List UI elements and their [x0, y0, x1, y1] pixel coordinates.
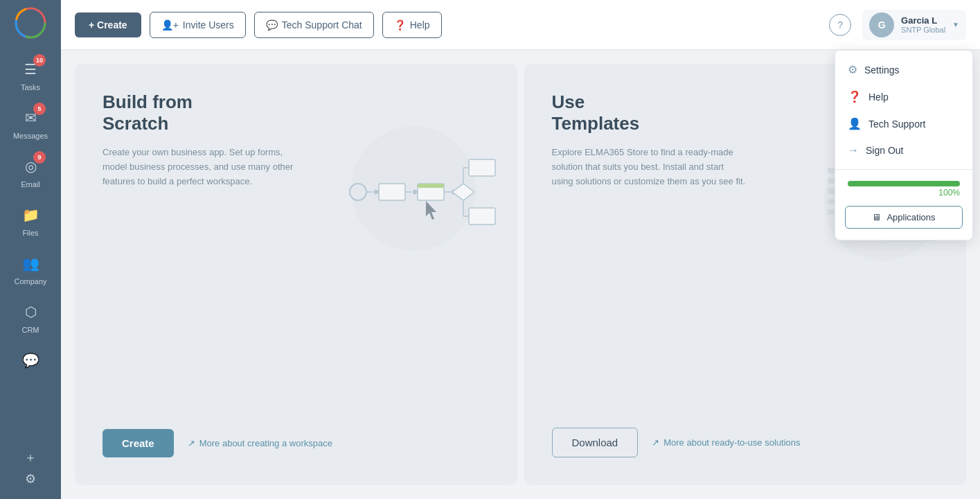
sidebar-item-tasks-label: Tasks — [21, 83, 40, 91]
sidebar-item-tasks[interactable]: ☰ 10 Tasks — [0, 50, 61, 98]
dropdown-divider — [835, 169, 972, 170]
scratch-card-footer: Create ↗ More about creating a workspace — [103, 429, 490, 457]
crm-icon: ⬡ — [18, 299, 43, 324]
invite-users-button[interactable]: 👤+ Invite Users — [150, 12, 246, 38]
email-icon: ◎ 9 — [18, 154, 43, 179]
external-link-icon: ↗ — [188, 438, 195, 448]
sidebar-item-company-label: Company — [14, 277, 46, 286]
help-menu-item[interactable]: ❓ Help — [835, 83, 972, 110]
company-icon: 👥 — [18, 251, 43, 276]
sidebar-bottom: ＋ ⚙ — [24, 449, 37, 492]
tech-support-label: Tech Support — [868, 119, 926, 130]
sidebar-item-crm-label: CRM — [21, 326, 39, 334]
sidebar: ☰ 10 Tasks ✉ 5 Messages ◎ 9 Email 📁 File… — [0, 0, 61, 499]
dropdown-menu: ⚙ Settings ❓ Help 👤 Tech Support → Sign … — [835, 50, 973, 240]
person-add-icon: 👤+ — [161, 19, 179, 30]
tasks-icon: ☰ 10 — [18, 57, 43, 82]
user-org: SNTP Global — [901, 26, 945, 34]
templates-card-footer: Download ↗ More about ready-to-use solut… — [552, 428, 939, 457]
add-icon[interactable]: ＋ — [24, 449, 37, 466]
create-button[interactable]: + Create — [75, 12, 141, 37]
svg-rect-7 — [379, 184, 405, 200]
download-button[interactable]: Download — [552, 428, 639, 457]
applications-button[interactable]: 🖥 Applications — [845, 206, 963, 229]
help-button[interactable]: ❓ Help — [382, 12, 442, 38]
avatar: G — [869, 12, 894, 37]
svg-rect-18 — [469, 208, 495, 225]
user-name: Garcia L — [901, 15, 945, 26]
external-link-icon-2: ↗ — [652, 437, 659, 448]
progress-label: 100% — [848, 188, 960, 198]
tech-support-icon: 👤 — [848, 117, 862, 130]
tasks-badge: 10 — [33, 54, 46, 67]
settings-label: Settings — [864, 64, 900, 76]
monitor-icon: 🖥 — [872, 212, 881, 222]
settings-icon: ⚙ — [848, 63, 857, 76]
scratch-card-desc: Create your own business app. Set up for… — [103, 146, 296, 189]
email-badge: 9 — [33, 151, 46, 164]
scratch-create-button[interactable]: Create — [103, 429, 174, 457]
scratch-more-link[interactable]: ↗ More about creating a workspace — [188, 438, 332, 448]
templates-more-link[interactable]: ↗ More about ready-to-use solutions — [652, 437, 800, 448]
sidebar-item-email-label: Email — [21, 180, 40, 189]
progress-bar-fill — [848, 181, 960, 186]
svg-rect-10 — [418, 184, 444, 188]
tech-support-chat-button[interactable]: 💬 Tech Support Chat — [254, 12, 374, 38]
user-profile[interactable]: G Garcia L SNTP Global ▼ — [862, 10, 966, 40]
topbar-right: ? G Garcia L SNTP Global ▼ — [829, 10, 966, 40]
chat-icon: 💬 — [18, 348, 43, 373]
user-info: Garcia L SNTP Global — [901, 15, 945, 34]
scratch-card: Build fromScratch Create your own busine… — [75, 64, 517, 485]
sidebar-item-files[interactable]: 📁 Files — [0, 195, 61, 244]
settings-small-icon[interactable]: ⚙ — [25, 471, 36, 487]
chat-bubble-icon: 💬 — [266, 19, 278, 30]
progress-bar-wrap — [848, 181, 960, 186]
topbar: + Create 👤+ Invite Users 💬 Tech Support … — [61, 0, 980, 50]
help-icon: ❓ — [848, 90, 862, 103]
sidebar-item-files-label: Files — [22, 229, 38, 237]
help-circle-icon: ❓ — [394, 19, 406, 30]
sidebar-item-messages-label: Messages — [13, 132, 48, 140]
sidebar-item-crm[interactable]: ⬡ CRM — [0, 292, 61, 341]
app-logo[interactable] — [15, 7, 46, 39]
sign-out-menu-item[interactable]: → Sign Out — [835, 137, 972, 164]
tech-support-menu-item[interactable]: 👤 Tech Support — [835, 110, 972, 137]
files-icon: 📁 — [18, 202, 43, 227]
messages-icon: ✉ 5 — [18, 105, 43, 130]
sidebar-item-company[interactable]: 👥 Company — [0, 244, 61, 292]
svg-rect-15 — [469, 159, 495, 176]
scratch-illustration — [323, 119, 504, 261]
help-label: Help — [868, 91, 889, 103]
sidebar-item-email[interactable]: ◎ 9 Email — [0, 147, 61, 195]
sidebar-item-chat[interactable]: 💬 — [0, 341, 61, 380]
settings-menu-item[interactable]: ⚙ Settings — [835, 56, 972, 83]
sign-out-icon: → — [848, 144, 859, 157]
templates-card-desc: Explore ELMA365 Store to find a ready-ma… — [552, 146, 746, 189]
topbar-help-icon[interactable]: ? — [829, 14, 851, 36]
progress-section: 100% — [835, 175, 972, 200]
sidebar-item-messages[interactable]: ✉ 5 Messages — [0, 98, 61, 147]
sign-out-label: Sign Out — [866, 145, 903, 156]
chevron-down-icon: ▼ — [952, 21, 959, 28]
messages-badge: 5 — [33, 103, 46, 115]
